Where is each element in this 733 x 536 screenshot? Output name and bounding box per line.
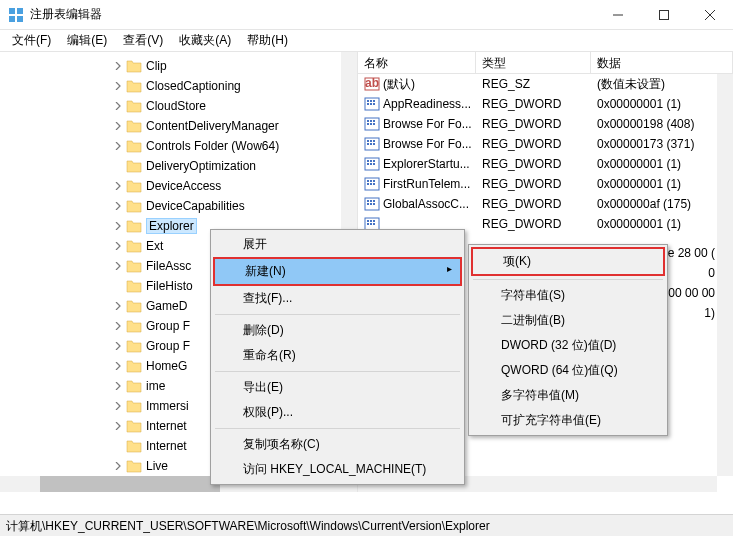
expander-icon[interactable] bbox=[112, 140, 124, 152]
menubar-item[interactable]: 收藏夹(A) bbox=[171, 30, 239, 51]
menubar-item[interactable]: 文件(F) bbox=[4, 30, 59, 51]
value-data: 0x00000001 (1) bbox=[591, 216, 733, 232]
svg-rect-5 bbox=[660, 10, 669, 19]
expander-icon[interactable] bbox=[112, 400, 124, 412]
tree-item[interactable]: Controls Folder (Wow64) bbox=[0, 136, 357, 156]
folder-icon bbox=[126, 379, 142, 393]
svg-rect-51 bbox=[373, 203, 375, 205]
tree-item[interactable]: CloudStore bbox=[0, 96, 357, 116]
tree-item[interactable]: ContentDeliveryManager bbox=[0, 116, 357, 136]
svg-rect-43 bbox=[370, 183, 372, 185]
tree-item[interactable]: DeviceCapabilities bbox=[0, 196, 357, 216]
menu-item[interactable]: 新建(N) bbox=[213, 257, 462, 286]
tree-label: Group F bbox=[146, 319, 190, 333]
expander-icon[interactable] bbox=[112, 420, 124, 432]
menu-item[interactable]: 可扩充字符串值(E) bbox=[471, 408, 665, 433]
menu-item[interactable]: 权限(P)... bbox=[213, 400, 462, 425]
menu-item[interactable]: 查找(F)... bbox=[213, 286, 462, 311]
svg-rect-49 bbox=[367, 203, 369, 205]
tree-label: DeviceAccess bbox=[146, 179, 221, 193]
value-name: ExplorerStartu... bbox=[383, 157, 470, 171]
maximize-button[interactable] bbox=[641, 0, 687, 30]
expander-icon[interactable] bbox=[112, 200, 124, 212]
menu-item[interactable]: 删除(D) bbox=[213, 318, 462, 343]
value-data: 0x00000001 (1) bbox=[591, 156, 733, 172]
tree-item[interactable]: Clip bbox=[0, 56, 357, 76]
menubar-item[interactable]: 查看(V) bbox=[115, 30, 171, 51]
col-header-name[interactable]: 名称 bbox=[358, 52, 476, 73]
list-row[interactable]: AppReadiness...REG_DWORD0x00000001 (1) bbox=[358, 94, 733, 114]
dword-value-icon bbox=[364, 156, 380, 172]
list-row[interactable]: FirstRunTelem...REG_DWORD0x00000001 (1) bbox=[358, 174, 733, 194]
dword-value-icon bbox=[364, 136, 380, 152]
folder-icon bbox=[126, 199, 142, 213]
expander-icon[interactable] bbox=[112, 80, 124, 92]
menu-separator bbox=[215, 314, 460, 315]
svg-rect-58 bbox=[373, 223, 375, 225]
col-header-type[interactable]: 类型 bbox=[476, 52, 591, 73]
list-row[interactable]: Browse For Fo...REG_DWORD0x00000198 (408… bbox=[358, 114, 733, 134]
dword-value-icon bbox=[364, 116, 380, 132]
app-icon bbox=[8, 7, 24, 23]
expander-icon[interactable] bbox=[112, 360, 124, 372]
folder-icon bbox=[126, 419, 142, 433]
svg-rect-12 bbox=[370, 100, 372, 102]
titlebar: 注册表编辑器 bbox=[0, 0, 733, 30]
expander-icon[interactable] bbox=[112, 220, 124, 232]
expander-icon[interactable] bbox=[112, 240, 124, 252]
value-type: REG_DWORD bbox=[476, 136, 591, 152]
menu-item[interactable]: 导出(E) bbox=[213, 375, 462, 400]
tree-item[interactable]: DeviceAccess bbox=[0, 176, 357, 196]
menubar-item[interactable]: 帮助(H) bbox=[239, 30, 296, 51]
expander-icon[interactable] bbox=[112, 260, 124, 272]
expander-icon[interactable] bbox=[112, 320, 124, 332]
menu-item[interactable]: 访问 HKEY_LOCAL_MACHINE(T) bbox=[213, 457, 462, 482]
list-row[interactable]: GlobalAssocC...REG_DWORD0x000000af (175) bbox=[358, 194, 733, 214]
expander-icon[interactable] bbox=[112, 280, 124, 292]
menu-item[interactable]: 重命名(R) bbox=[213, 343, 462, 368]
menu-item[interactable]: 复制项名称(C) bbox=[213, 432, 462, 457]
menubar-item[interactable]: 编辑(E) bbox=[59, 30, 115, 51]
svg-rect-19 bbox=[370, 120, 372, 122]
value-type: REG_DWORD bbox=[476, 156, 591, 172]
folder-icon bbox=[126, 439, 142, 453]
tree-label: ClosedCaptioning bbox=[146, 79, 241, 93]
list-row[interactable]: Browse For Fo...REG_DWORD0x00000173 (371… bbox=[358, 134, 733, 154]
expander-icon[interactable] bbox=[112, 180, 124, 192]
menu-item[interactable]: 项(K) bbox=[471, 247, 665, 276]
expander-icon[interactable] bbox=[112, 100, 124, 112]
folder-icon bbox=[126, 399, 142, 413]
folder-icon bbox=[126, 219, 142, 233]
expander-icon[interactable] bbox=[112, 60, 124, 72]
minimize-button[interactable] bbox=[595, 0, 641, 30]
list-row[interactable]: ab(默认)REG_SZ(数值未设置) bbox=[358, 74, 733, 94]
menu-item[interactable]: DWORD (32 位)值(D) bbox=[471, 333, 665, 358]
context-menu-main: 展开新建(N)查找(F)...删除(D)重命名(R)导出(E)权限(P)...复… bbox=[210, 229, 465, 485]
menu-item[interactable]: 二进制值(B) bbox=[471, 308, 665, 333]
menu-item[interactable]: 字符串值(S) bbox=[471, 283, 665, 308]
expander-icon[interactable] bbox=[112, 440, 124, 452]
tree-item[interactable]: ClosedCaptioning bbox=[0, 76, 357, 96]
list-vertical-scrollbar[interactable] bbox=[717, 74, 733, 476]
svg-rect-41 bbox=[373, 180, 375, 182]
svg-rect-23 bbox=[373, 123, 375, 125]
tree-item[interactable]: DeliveryOptimization bbox=[0, 156, 357, 176]
col-header-data[interactable]: 数据 bbox=[591, 52, 733, 73]
dword-value-icon bbox=[364, 176, 380, 192]
menu-item[interactable]: 多字符串值(M) bbox=[471, 383, 665, 408]
value-data-fragment: 0 bbox=[661, 266, 715, 286]
scroll-thumb[interactable] bbox=[40, 476, 220, 492]
folder-icon bbox=[126, 359, 142, 373]
value-data: 0x00000173 (371) bbox=[591, 136, 733, 152]
expander-icon[interactable] bbox=[112, 160, 124, 172]
value-name: GlobalAssocC... bbox=[383, 197, 469, 211]
expander-icon[interactable] bbox=[112, 380, 124, 392]
menu-item[interactable]: QWORD (64 位)值(Q) bbox=[471, 358, 665, 383]
expander-icon[interactable] bbox=[112, 340, 124, 352]
list-row[interactable]: ExplorerStartu...REG_DWORD0x00000001 (1) bbox=[358, 154, 733, 174]
close-button[interactable] bbox=[687, 0, 733, 30]
menu-item[interactable]: 展开 bbox=[213, 232, 462, 257]
expander-icon[interactable] bbox=[112, 300, 124, 312]
expander-icon[interactable] bbox=[112, 120, 124, 132]
expander-icon[interactable] bbox=[112, 460, 124, 472]
